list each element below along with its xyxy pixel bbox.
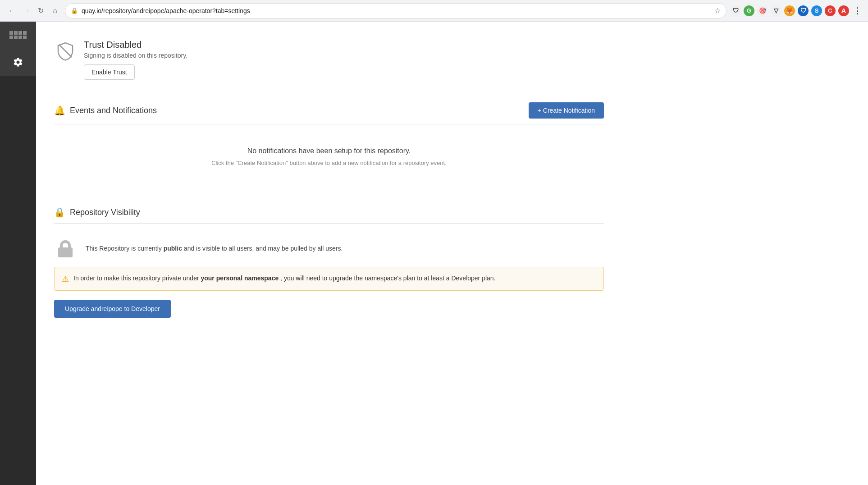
shield-icon (55, 41, 75, 61)
ext-icon-4[interactable]: ▽ (771, 5, 781, 16)
shield-disabled-icon (54, 40, 77, 62)
main-content: Trust Disabled Signing is disabled on th… (36, 22, 868, 485)
enable-trust-button[interactable]: Enable Trust (84, 64, 135, 80)
trust-title: Trust Disabled (84, 40, 187, 50)
empty-state-main-text: No notifications have been setup for thi… (63, 147, 595, 155)
warning-text: In order to make this repository private… (73, 274, 496, 283)
svg-line-0 (59, 45, 72, 57)
visibility-description: This Repository is currently public and … (86, 245, 343, 252)
warning-bold: your personal namespace (201, 275, 279, 282)
warning-link: Developer (451, 275, 480, 282)
grid-icon (9, 31, 27, 39)
ext-icon-8[interactable]: C (825, 5, 836, 16)
forward-button[interactable]: → (20, 5, 32, 17)
visibility-row: This Repository is currently public and … (54, 237, 604, 260)
ext-icon-3[interactable]: 🎯 (757, 5, 768, 16)
ext-icon-5[interactable]: 🦊 (784, 5, 795, 16)
visibility-title-text: Repository Visibility (70, 208, 140, 217)
warning-after: , you will need to upgrade the namespace… (279, 275, 451, 282)
menu-icon[interactable]: ⋮ (852, 5, 863, 16)
trust-section: Trust Disabled Signing is disabled on th… (54, 31, 604, 89)
warning-before: In order to make this repository private… (73, 275, 201, 282)
lock-icon: 🔒 (71, 7, 78, 14)
ext-icon-6[interactable]: 🛡 (798, 5, 809, 16)
events-section-header: 🔔 Events and Notifications + Create Noti… (54, 102, 604, 124)
trust-info: Trust Disabled Signing is disabled on th… (84, 40, 187, 80)
browser-chrome: ← → ↻ ⌂ 🔒 quay.io/repository/andreipope/… (0, 0, 868, 22)
visibility-section-title: 🔒 Repository Visibility (54, 207, 140, 218)
events-title-text: Events and Notifications (70, 106, 157, 115)
events-section-title: 🔔 Events and Notifications (54, 105, 157, 116)
visibility-section: 🔒 Repository Visibility (54, 193, 604, 336)
visibility-suffix: and is visible to all users, and may be … (182, 245, 343, 252)
warning-end: plan. (480, 275, 495, 282)
gear-icon (13, 57, 23, 68)
nav-buttons: ← → ↻ ⌂ (5, 5, 61, 17)
sidebar-logo[interactable] (0, 22, 36, 49)
ext-icon-7[interactable]: S (811, 5, 822, 16)
visibility-section-header: 🔒 Repository Visibility (54, 207, 604, 224)
lock-icon: 🔒 (54, 207, 65, 218)
warning-icon: ⚠ (62, 274, 69, 284)
svg-rect-1 (58, 247, 73, 257)
visibility-prefix: This Repository is currently (86, 245, 164, 252)
lock-open-icon (54, 237, 77, 260)
bell-icon: 🔔 (54, 105, 65, 116)
browser-extensions: 🛡 G 🎯 ▽ 🦊 🛡 S C A ⋮ (730, 5, 863, 16)
address-bar[interactable]: 🔒 quay.io/repository/andreipope/apache-o… (65, 3, 726, 18)
reload-button[interactable]: ↻ (34, 5, 47, 17)
sidebar (0, 22, 36, 485)
home-button[interactable]: ⌂ (49, 5, 61, 17)
trust-description: Signing is disabled on this repository. (84, 52, 187, 59)
account-icon[interactable]: A (838, 5, 849, 16)
bookmark-icon: ☆ (714, 6, 721, 15)
ext-icon-1[interactable]: 🛡 (730, 5, 741, 16)
visibility-content: This Repository is currently public and … (54, 233, 604, 322)
back-button[interactable]: ← (5, 5, 18, 17)
sidebar-item-settings[interactable] (0, 49, 36, 76)
visibility-value: public (164, 245, 182, 252)
ext-icon-2[interactable]: G (744, 5, 754, 16)
empty-state-sub-text: Click the "Create Notification" button a… (63, 160, 595, 166)
content-area: Trust Disabled Signing is disabled on th… (36, 22, 622, 345)
events-section: 🔔 Events and Notifications + Create Noti… (54, 89, 604, 193)
empty-state: No notifications have been setup for thi… (54, 133, 604, 180)
upgrade-button[interactable]: Upgrade andreipope to Developer (54, 300, 171, 318)
create-notification-button[interactable]: + Create Notification (529, 102, 604, 119)
url-text: quay.io/repository/andreipope/apache-ope… (82, 7, 711, 14)
app-layout: Trust Disabled Signing is disabled on th… (0, 22, 868, 485)
warning-box: ⚠ In order to make this repository priva… (54, 267, 604, 291)
